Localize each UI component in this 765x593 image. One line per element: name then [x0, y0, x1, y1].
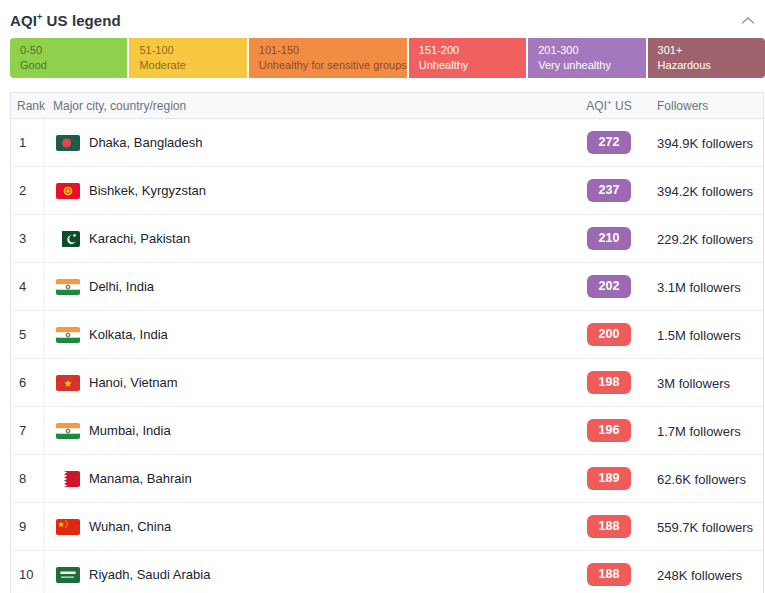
legend-range: 51-100	[139, 43, 246, 58]
flag-kyrgyzstan-icon	[56, 183, 80, 199]
rank-number: 2	[19, 183, 26, 198]
followers-count: 3.1M followers	[657, 280, 741, 295]
flag-bahrain-icon	[56, 471, 80, 487]
followers-count: 248K followers	[657, 568, 742, 583]
table-row[interactable]: 4 Delhi, India 202 3.1M followers	[11, 262, 763, 310]
column-header-city: Major city, country/region	[44, 99, 573, 113]
city-link[interactable]: Delhi, India	[89, 279, 154, 294]
collapse-legend-button[interactable]	[739, 11, 757, 30]
table-row[interactable]: 7 Mumbai, India 196 1.7M followers	[11, 406, 763, 454]
aqi-value-badge: 188	[587, 515, 631, 538]
flag-india-icon	[56, 327, 80, 343]
followers-count: 394.9K followers	[657, 136, 753, 151]
rank-number: 9	[19, 519, 26, 534]
flag-pakistan-icon: ★	[56, 231, 80, 247]
flag-india-icon	[56, 423, 80, 439]
legend-label: Unhealthy for sensitive groups	[259, 58, 407, 73]
table-row[interactable]: 5 Kolkata, India 200 1.5M followers	[11, 310, 763, 358]
legend-category: 151-200 Unhealthy	[409, 38, 526, 78]
rank-number: 1	[19, 135, 26, 150]
city-link[interactable]: Hanoi, Vietnam	[89, 375, 178, 390]
city-link[interactable]: Kolkata, India	[89, 327, 168, 342]
column-header-rank: Rank	[11, 93, 44, 118]
legend-category: 0-50 Good	[10, 38, 127, 78]
table-row[interactable]: 9 ★ Wuhan, China 188 559.7K followers	[11, 502, 763, 550]
legend-title: AQI+ US legend	[10, 12, 121, 29]
table-row[interactable]: 6 ★ Hanoi, Vietnam 198 3M followers	[11, 358, 763, 406]
legend-label: Moderate	[139, 58, 246, 73]
aqi-value-badge: 210	[587, 227, 631, 250]
city-link[interactable]: Bishkek, Kyrgyzstan	[89, 183, 206, 198]
rank-number: 4	[19, 279, 26, 294]
rank-number: 3	[19, 231, 26, 246]
svg-text:★: ★	[64, 377, 73, 388]
svg-text:★: ★	[72, 232, 77, 238]
rank-number: 5	[19, 327, 26, 342]
flag-saudi-arabia-icon	[56, 567, 80, 583]
legend-range: 301+	[658, 43, 765, 58]
followers-count: 394.2K followers	[657, 184, 753, 199]
rank-number: 7	[19, 423, 26, 438]
legend-label: Good	[20, 58, 127, 73]
followers-count: 559.7K followers	[657, 520, 753, 535]
legend-range: 0-50	[20, 43, 127, 58]
table-row[interactable]: 8 Manama, Bahrain 189 62.6K followers	[11, 454, 763, 502]
aqi-value-badge: 272	[587, 131, 631, 154]
chevron-up-icon	[741, 13, 755, 28]
city-link[interactable]: Karachi, Pakistan	[89, 231, 190, 246]
aqi-value-badge: 196	[587, 419, 631, 442]
city-link[interactable]: Wuhan, China	[89, 519, 171, 534]
flag-china-icon: ★	[56, 519, 80, 535]
aqi-value-badge: 200	[587, 323, 631, 346]
table-row[interactable]: 2 Bishkek, Kyrgyzstan 237 394.2K followe…	[11, 166, 763, 214]
followers-count: 1.5M followers	[657, 328, 741, 343]
rank-number: 8	[19, 471, 26, 486]
legend-label: Hazardous	[658, 58, 765, 73]
legend-label: Unhealthy	[419, 58, 526, 73]
aqi-legend-panel: AQI+ US legend 0-50 Good 51-100 Moderate…	[0, 0, 765, 593]
legend-category: 201-300 Very unhealthy	[528, 38, 645, 78]
table-row[interactable]: 1 Dhaka, Bangladesh 272 394.9K followers	[11, 119, 763, 166]
legend-range: 201-300	[538, 43, 645, 58]
flag-vietnam-icon: ★	[56, 375, 80, 391]
followers-count: 1.7M followers	[657, 424, 741, 439]
aqi-value-badge: 202	[587, 275, 631, 298]
svg-text:★: ★	[57, 520, 64, 529]
legend-category: 51-100 Moderate	[129, 38, 246, 78]
flag-india-icon	[56, 279, 80, 295]
followers-count: 229.2K followers	[657, 232, 753, 247]
table-row[interactable]: 3 ★ Karachi, Pakistan 210 229.2K followe…	[11, 214, 763, 262]
aqi-value-badge: 189	[587, 467, 631, 490]
city-link[interactable]: Dhaka, Bangladesh	[89, 135, 202, 150]
aqi-legend-bar: 0-50 Good 51-100 Moderate 101-150 Unheal…	[10, 38, 765, 78]
rank-number: 10	[19, 567, 33, 582]
followers-count: 3M followers	[657, 376, 730, 391]
city-link[interactable]: Mumbai, India	[89, 423, 171, 438]
aqi-value-badge: 188	[587, 563, 631, 586]
city-ranking-table: Rank Major city, country/region AQI+ US …	[10, 92, 764, 593]
table-body: 1 Dhaka, Bangladesh 272 394.9K followers…	[11, 119, 763, 593]
table-header-row: Rank Major city, country/region AQI+ US …	[11, 93, 763, 119]
legend-label: Very unhealthy	[538, 58, 645, 73]
flag-bangladesh-icon	[56, 135, 80, 151]
aqi-value-badge: 198	[587, 371, 631, 394]
legend-header: AQI+ US legend	[0, 0, 765, 31]
legend-category: 301+ Hazardous	[648, 38, 765, 78]
aqi-value-badge: 237	[587, 179, 631, 202]
legend-range: 101-150	[259, 43, 407, 58]
column-header-aqi: AQI+ US	[573, 98, 645, 113]
rank-number: 6	[19, 375, 26, 390]
column-header-followers: Followers	[645, 99, 763, 113]
city-link[interactable]: Manama, Bahrain	[89, 471, 192, 486]
table-row[interactable]: 10 Riyadh, Saudi Arabia 188 248K followe…	[11, 550, 763, 593]
followers-count: 62.6K followers	[657, 472, 746, 487]
legend-category: 101-150 Unhealthy for sensitive groups	[249, 38, 407, 78]
legend-range: 151-200	[419, 43, 526, 58]
city-link[interactable]: Riyadh, Saudi Arabia	[89, 567, 210, 582]
